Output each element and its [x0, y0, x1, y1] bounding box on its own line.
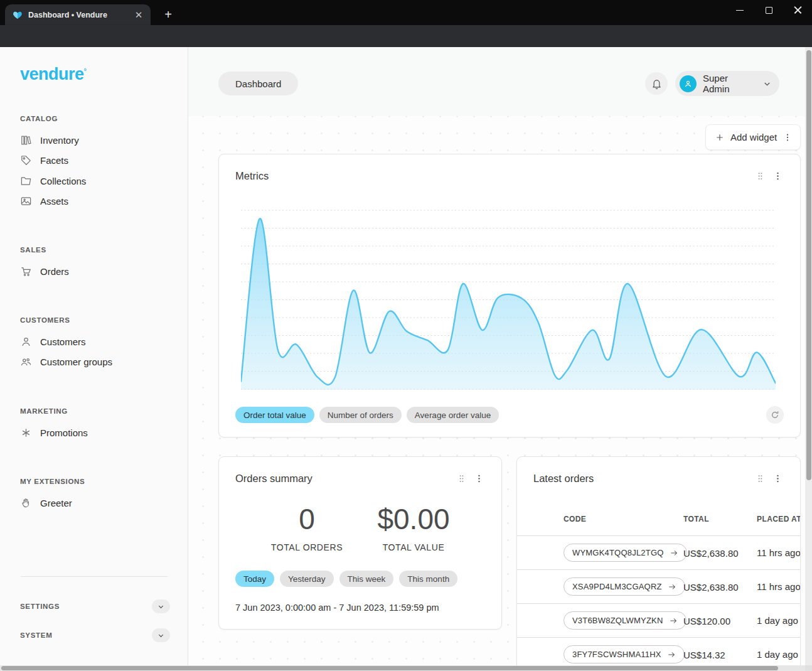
- chip-order-total-value[interactable]: Order total value: [235, 407, 314, 423]
- widget-title: Metrics: [235, 170, 752, 182]
- sidebar-section-marketing: MARKETING Promotions: [0, 407, 188, 443]
- stat-total-orders: 0 TOTAL ORDERS: [254, 503, 360, 552]
- sidebar-item-customers[interactable]: Customers: [0, 331, 188, 352]
- vendure-logo[interactable]: vendure°: [20, 65, 86, 84]
- chip-number-of-orders[interactable]: Number of orders: [319, 407, 402, 423]
- section-label: MARKETING: [0, 407, 188, 415]
- sidebar-item-customer-groups[interactable]: Customer groups: [0, 352, 188, 373]
- sidebar-section-sales: SALES Orders: [0, 246, 188, 282]
- kebab-menu-icon: [772, 171, 783, 181]
- sidebar-item-inventory[interactable]: Inventory: [0, 130, 188, 151]
- system-expand-button[interactable]: [152, 628, 170, 642]
- kebab-menu-icon: [474, 473, 484, 484]
- chip-this-week[interactable]: This week: [339, 571, 394, 587]
- add-widget-menu-button[interactable]: [780, 130, 795, 145]
- horizontal-scrollbar-thumb[interactable]: [1, 666, 778, 670]
- sidebar-section-my-extensions: MY EXTENSIONS Greeter: [0, 478, 188, 513]
- settings-expand-button[interactable]: [152, 599, 170, 613]
- vertical-scrollbar-thumb[interactable]: [806, 50, 811, 480]
- window-maximize-button[interactable]: [754, 0, 783, 20]
- maximize-icon: [766, 7, 772, 14]
- sidebar-item-collections[interactable]: Collections: [0, 171, 188, 191]
- widget-title: Latest orders: [533, 473, 752, 485]
- bell-icon: [651, 78, 663, 90]
- vendure-admin-app: vendure° CATALOG Inventory Facets Collec…: [0, 47, 805, 665]
- widget-menu-button[interactable]: [471, 471, 486, 486]
- main-content: Dashboard Super Admin Add widget: [188, 47, 805, 665]
- chevron-down-icon: [762, 79, 772, 89]
- order-code-link[interactable]: 3FY7FSCWSHMA11HX: [564, 645, 685, 663]
- order-code-link[interactable]: XSA9PD4LM3CGAQRZ: [564, 577, 685, 596]
- sidebar-item-orders[interactable]: Orders: [0, 261, 188, 282]
- tab-title: Dashboard • Vendure: [28, 11, 133, 19]
- sidebar-section-customers: CUSTOMERS Customers Customer groups: [0, 316, 188, 372]
- refresh-button[interactable]: [766, 406, 784, 424]
- date-range-text: 7 Jun 2023, 0:00:00 am - 7 Jun 2023, 11:…: [235, 603, 439, 613]
- arrow-right-icon: [670, 549, 678, 557]
- order-code-link[interactable]: WYMGK4TQQ8JL2TGQ: [564, 544, 687, 562]
- chip-yesterday[interactable]: Yesterday: [280, 571, 334, 587]
- chevron-down-icon: [157, 631, 165, 640]
- plus-icon: [715, 132, 725, 142]
- window-close-button[interactable]: [783, 0, 812, 20]
- widget-menu-button[interactable]: [770, 168, 785, 183]
- chip-average-order-value[interactable]: Average order value: [407, 407, 499, 423]
- table-row: V3T6BW8ZQLWMYZKN US$120.00 1 day ago: [517, 604, 801, 637]
- vertical-scrollbar[interactable]: [805, 47, 812, 665]
- sidebar-item-assets[interactable]: Assets: [0, 191, 188, 212]
- drag-handle-icon[interactable]: [752, 471, 767, 486]
- section-label: SALES: [0, 246, 188, 254]
- kebab-menu-icon: [772, 473, 783, 484]
- sidebar-divider: [21, 576, 168, 577]
- sidebar-item-promotions[interactable]: Promotions: [0, 422, 188, 443]
- sidebar-item-facets[interactable]: Facets: [0, 151, 188, 171]
- refresh-icon: [770, 410, 780, 420]
- table-row: WYMGK4TQQ8JL2TGQ US$2,638.80 11 hrs ago: [517, 537, 801, 569]
- chip-this-month[interactable]: This month: [399, 571, 457, 587]
- hand-icon: [20, 497, 32, 509]
- drag-handle-icon[interactable]: [454, 471, 469, 486]
- chevron-down-icon: [157, 603, 165, 611]
- cart-icon: [20, 266, 32, 277]
- tab-close-icon[interactable]: ✕: [133, 9, 144, 21]
- breadcrumb[interactable]: Dashboard: [218, 72, 298, 95]
- window-minimize-button[interactable]: [725, 0, 754, 20]
- metrics-chart: [241, 208, 776, 390]
- user-menu[interactable]: Super Admin: [675, 71, 779, 96]
- sidebar-section-settings[interactable]: SETTINGS: [0, 594, 188, 618]
- horizontal-scrollbar[interactable]: [0, 665, 805, 671]
- folder-icon: [20, 175, 32, 187]
- browser-tab-strip: Dashboard • Vendure ✕ +: [0, 0, 812, 25]
- chip-today[interactable]: Today: [235, 571, 274, 587]
- tag-icon: [20, 154, 32, 166]
- page-header: Dashboard Super Admin: [188, 47, 805, 116]
- minimize-icon: [736, 10, 744, 11]
- image-icon: [20, 195, 32, 207]
- order-code-link[interactable]: V3T6BW8ZQLWMYZKN: [564, 611, 686, 630]
- kebab-menu-icon: [783, 132, 793, 142]
- sidebar-section-system[interactable]: SYSTEM: [0, 623, 188, 647]
- user-name: Super Admin: [703, 73, 756, 94]
- arrow-right-icon: [668, 582, 676, 591]
- browser-toolbar: localhost:3000/admin/: [0, 25, 812, 47]
- arrow-right-icon: [669, 616, 678, 625]
- browser-tab[interactable]: Dashboard • Vendure ✕: [5, 4, 151, 25]
- notifications-button[interactable]: [645, 72, 668, 95]
- sidebar-item-greeter[interactable]: Greeter: [0, 493, 188, 513]
- user-icon: [20, 336, 32, 348]
- stat-total-value: $0.00 TOTAL VALUE: [360, 503, 467, 552]
- drag-handle-icon[interactable]: [752, 168, 767, 183]
- scrollbar-corner: [805, 665, 812, 671]
- user-avatar: [680, 75, 697, 92]
- sidebar-section-catalog: CATALOG Inventory Facets Collections Ass…: [0, 115, 188, 212]
- add-widget-button[interactable]: Add widget: [705, 124, 801, 150]
- widget-menu-button[interactable]: [770, 471, 785, 486]
- user-icon: [683, 79, 693, 89]
- section-label: CATALOG: [0, 115, 188, 122]
- table-row: 3FY7FSCWSHMA11HX US$14.32 1 day ago: [517, 638, 801, 665]
- new-tab-button[interactable]: +: [161, 8, 176, 23]
- section-label: MY EXTENSIONS: [0, 478, 188, 485]
- dashboard-canvas: Add widget Metrics: [188, 116, 805, 665]
- section-label: CUSTOMERS: [0, 316, 188, 324]
- library-icon: [20, 134, 32, 146]
